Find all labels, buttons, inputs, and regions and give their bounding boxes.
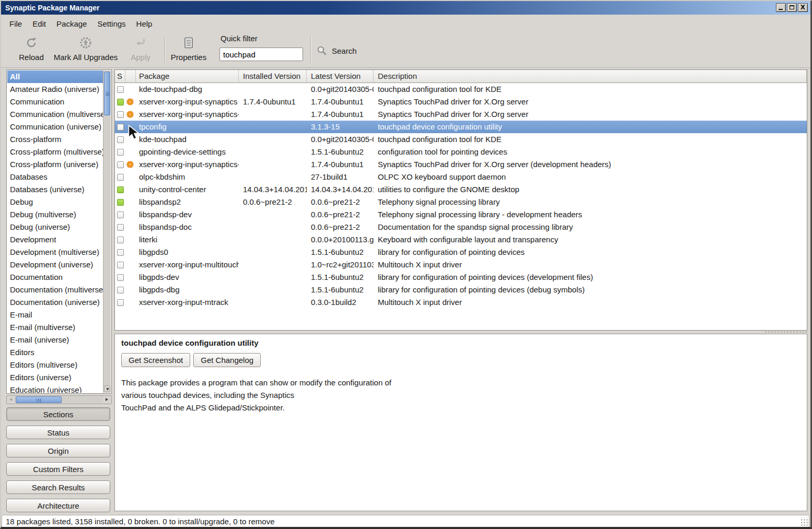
status-checkbox[interactable]	[117, 136, 124, 143]
status-checkbox[interactable]	[117, 111, 124, 118]
menu-file[interactable]: File	[4, 17, 27, 30]
package-row-libgpds-dev[interactable]: libgpds-dev1.5.1-6ubuntu2library for con…	[115, 271, 807, 284]
menu-edit[interactable]: Edit	[27, 17, 51, 30]
sidebar-button-custom-filters[interactable]: Custom Filters	[6, 462, 110, 476]
status-checkbox[interactable]	[117, 299, 124, 306]
column-header-package[interactable]: Package	[136, 70, 239, 83]
menu-help[interactable]: Help	[131, 17, 158, 30]
minimize-button[interactable]	[776, 3, 786, 12]
package-row-tpconfig[interactable]: tpconfig3.1.3-15touchpad device configur…	[115, 121, 807, 133]
status-checkbox[interactable]	[117, 186, 124, 193]
status-checkbox[interactable]	[117, 287, 124, 293]
package-row-gpointing-device-settings[interactable]: gpointing-device-settings1.5.1-6ubuntu2c…	[115, 146, 807, 158]
category-item-e-mail-universe[interactable]: E-mail (universe)	[7, 334, 103, 346]
menu-package[interactable]: Package	[51, 17, 92, 30]
status-checkbox[interactable]	[117, 149, 124, 156]
category-item-education-universe[interactable]: Education (universe)	[7, 384, 103, 393]
column-header-installed-version[interactable]: Installed Version	[239, 70, 307, 83]
status-checkbox[interactable]	[117, 86, 124, 93]
category-item-e-mail-multiverse[interactable]: E-mail (multiverse)	[7, 321, 103, 334]
package-row-libgpds-dbg[interactable]: libgpds-dbg1.5.1-6ubuntu2library for con…	[115, 284, 807, 296]
package-row-xserver-xorg-input-synaptics-c[interactable]: xserver-xorg-input-synaptics-c1.7.4-0ubu…	[115, 158, 807, 171]
category-item-cross-platform-multiverse[interactable]: Cross-platform (multiverse)	[7, 146, 103, 158]
latest-version: 1.5.1-6ubuntu2	[307, 284, 374, 296]
package-row-libspandsp-dev[interactable]: libspandsp-dev0.0.6~pre21-2Telephony sig…	[115, 208, 807, 221]
mark-all-upgrades-button[interactable]: Mark All Upgrades	[53, 36, 119, 64]
category-item-development-universe[interactable]: Development (universe)	[7, 258, 103, 271]
category-item-development-multiverse[interactable]: Development (multiverse)	[7, 246, 103, 258]
category-item-communication-multiverse[interactable]: Communication (multiverse)	[7, 108, 103, 121]
status-checkbox[interactable]	[117, 211, 124, 218]
category-item-communication-universe[interactable]: Communication (universe)	[7, 121, 103, 133]
category-item-communication[interactable]: Communication	[7, 96, 103, 108]
quick-filter-input[interactable]	[219, 48, 303, 61]
status-checkbox[interactable]	[117, 99, 124, 105]
category-item-debug-multiverse[interactable]: Debug (multiverse)	[7, 208, 103, 221]
package-row-libspandsp-doc[interactable]: libspandsp-doc0.0.6~pre21-2Documentation…	[115, 221, 807, 233]
package-row-xserver-xorg-input-synaptics[interactable]: xserver-xorg-input-synaptics1.7.4-0ubunt…	[115, 96, 807, 108]
category-item-documentation[interactable]: Documentation	[7, 271, 103, 284]
get-changelog-button[interactable]: Get Changelog	[193, 353, 261, 367]
sidebar-button-origin[interactable]: Origin	[6, 444, 110, 457]
category-item-e-mail[interactable]: E-mail	[7, 309, 103, 321]
column-header-latest-version[interactable]: Latest Version	[307, 70, 374, 83]
package-row-xserver-xorg-input-mtrack[interactable]: xserver-xorg-input-mtrack0.3.0-1build2Mu…	[115, 296, 807, 309]
status-checkbox[interactable]	[117, 161, 124, 168]
status-checkbox[interactable]	[117, 262, 124, 268]
scroll-left-button[interactable]	[7, 396, 15, 403]
category-item-debug[interactable]: Debug	[7, 196, 103, 208]
category-horizontal-scrollbar[interactable]	[6, 395, 112, 404]
category-vertical-scrollbar[interactable]	[103, 70, 111, 393]
column-header-description[interactable]: Description	[374, 70, 807, 83]
menu-settings[interactable]: Settings	[92, 17, 131, 30]
search-button[interactable]: Search	[317, 43, 357, 58]
status-checkbox[interactable]	[117, 124, 124, 131]
package-row-kde-touchpad-dbg[interactable]: kde-touchpad-dbg0.0+git20140305-0utouchp…	[115, 83, 807, 96]
category-item-editors-universe[interactable]: Editors (universe)	[7, 371, 103, 384]
category-item-cross-platform[interactable]: Cross-platform	[7, 133, 103, 146]
package-row-xserver-xorg-input-multitouch[interactable]: xserver-xorg-input-multitouch1.0~rc2+git…	[115, 258, 807, 271]
package-row-xserver-xorg-input-synaptics-c[interactable]: xserver-xorg-input-synaptics-c1.7.4-0ubu…	[115, 108, 807, 121]
sidebar-button-sections[interactable]: Sections	[6, 407, 110, 421]
category-item-editors-multiverse[interactable]: Editors (multiverse)	[7, 359, 103, 371]
category-item-databases[interactable]: Databases	[7, 171, 103, 183]
category-item-editors[interactable]: Editors	[7, 346, 103, 359]
package-row-unity-control-center[interactable]: unity-control-center14.04.3+14.04.201414…	[115, 183, 807, 196]
package-row-libspandsp2[interactable]: libspandsp20.0.6~pre21-20.0.6~pre21-2Tel…	[115, 196, 807, 208]
properties-button[interactable]: Properties	[169, 36, 208, 64]
scroll-down-button[interactable]	[104, 385, 110, 392]
status-checkbox[interactable]	[117, 224, 124, 231]
category-item-databases-universe[interactable]: Databases (universe)	[7, 183, 103, 196]
category-item-amateur-radio-universe[interactable]: Amateur Radio (universe)	[7, 83, 103, 96]
status-checkbox[interactable]	[117, 199, 124, 206]
column-header-status-icon[interactable]	[125, 70, 136, 83]
scrollbar-thumb[interactable]	[16, 396, 62, 403]
category-item-all[interactable]: All	[7, 70, 103, 83]
package-row-literki[interactable]: literki0.0.0+20100113.gitKeyboard with c…	[115, 233, 807, 246]
sidebar-button-search-results[interactable]: Search Results	[6, 480, 110, 494]
category-item-development[interactable]: Development	[7, 233, 103, 246]
reload-button[interactable]: Reload	[12, 36, 51, 64]
package-row-libgpds0[interactable]: libgpds01.5.1-6ubuntu2library for config…	[115, 246, 807, 258]
scrollbar-thumb[interactable]	[104, 72, 110, 115]
category-item-debug-universe[interactable]: Debug (universe)	[7, 221, 103, 233]
pane-resize-handle[interactable]	[765, 331, 807, 333]
apply-button[interactable]: Apply	[123, 36, 158, 64]
status-checkbox[interactable]	[117, 249, 124, 256]
category-item-cross-platform-universe[interactable]: Cross-platform (universe)	[7, 158, 103, 171]
get-screenshot-button[interactable]: Get Screenshot	[121, 353, 190, 367]
column-header-s[interactable]: S	[115, 70, 125, 83]
status-checkbox[interactable]	[117, 174, 124, 181]
sidebar-button-architecture[interactable]: Architecture	[6, 499, 110, 512]
package-row-kde-touchpad[interactable]: kde-touchpad0.0+git20140305-0utouchpad c…	[115, 133, 807, 146]
category-item-documentation-multiverse[interactable]: Documentation (multiverse)	[7, 284, 103, 296]
package-row-olpc-kbdshim[interactable]: olpc-kbdshim27-1build1OLPC XO keyboard s…	[115, 171, 807, 183]
sidebar-button-status[interactable]: Status	[6, 426, 110, 439]
status-checkbox[interactable]	[117, 274, 124, 281]
status-checkbox[interactable]	[117, 237, 124, 243]
close-button[interactable]: X	[798, 3, 808, 12]
scroll-right-button[interactable]	[103, 396, 111, 403]
window-resize-grip[interactable]	[800, 518, 809, 526]
maximize-button[interactable]	[787, 3, 797, 12]
category-item-documentation-universe[interactable]: Documentation (universe)	[7, 296, 103, 309]
